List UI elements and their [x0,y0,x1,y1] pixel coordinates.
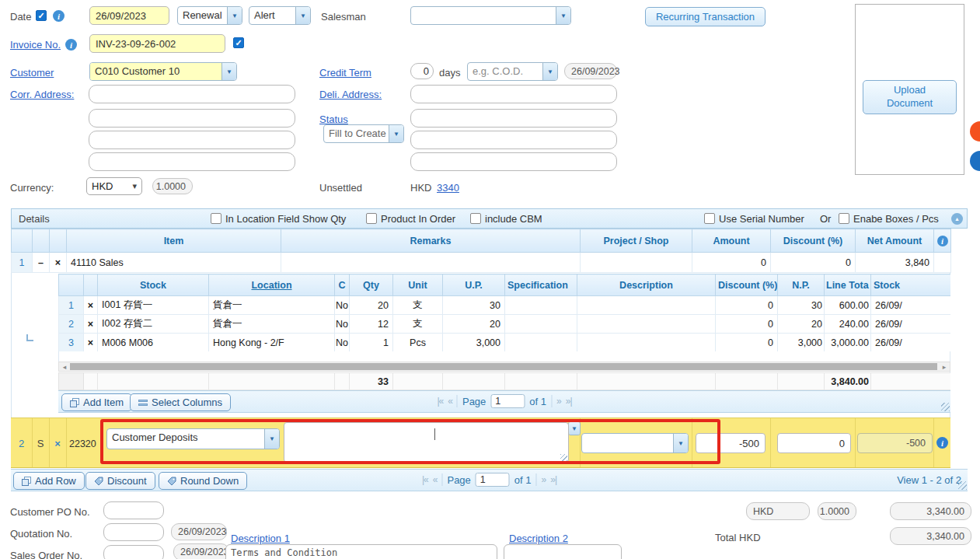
add-item-button[interactable]: Add Item [61,393,132,411]
subgrid-resize-grip[interactable] [941,403,950,411]
add-row-button[interactable]: Add Row [13,472,85,490]
chevron-down-icon[interactable]: ▼ [264,429,279,449]
status-label[interactable]: Status [319,114,348,125]
row-discount[interactable]: 0 [771,253,856,273]
deli-address-input-1[interactable] [410,85,617,103]
recurring-transaction-button[interactable]: Recurring Transaction [645,7,766,26]
unsettled-amount-link[interactable]: 3340 [437,182,459,194]
stock-date-cell[interactable]: 26/09/ [871,296,951,315]
renewal-dropdown[interactable]: Renewal ▼ [177,6,242,25]
first-page-icon[interactable]: |« [437,396,443,407]
description-2-label[interactable]: Description 2 [509,533,568,544]
invoice-auto-checkbox[interactable]: ✓ [233,37,244,48]
location-cell[interactable]: 貨倉一 [209,296,335,315]
account-dropdown[interactable]: Customer Deposits ▼ [106,428,280,449]
stock-date-cell[interactable]: 26/09/ [871,334,951,352]
delete-row-icon[interactable]: × [50,253,67,273]
delete-row-icon[interactable]: × [84,296,98,315]
c-cell[interactable]: No [335,296,350,315]
column-item[interactable]: Item [67,229,281,253]
chevron-down-icon[interactable]: ▼ [227,7,242,24]
stock-cell[interactable]: M006 M006 [98,334,209,352]
customer-dropdown[interactable]: C010 Customer 10 ▼ [89,62,237,81]
amount-input[interactable] [696,433,766,453]
desc-cell[interactable] [577,315,716,334]
date-input[interactable] [89,6,169,25]
chevron-down-icon[interactable]: ▼ [556,7,570,24]
deli-address-input-4[interactable] [410,152,617,171]
include-cbm-label[interactable]: include CBM [485,213,542,225]
delete-row-icon[interactable]: × [49,438,66,449]
project-shop-dropdown[interactable]: ▼ [581,433,689,453]
np-cell[interactable]: 3,000 [778,334,825,352]
stock-cell[interactable]: I002 存貨二 [98,315,209,334]
unit-cell[interactable]: Pcs [393,334,443,352]
spec-cell[interactable] [505,296,577,315]
stock-date-cell[interactable]: 26/09/ [871,315,951,334]
column-net-amount[interactable]: Net Amount [856,229,934,253]
column-description[interactable]: Description [577,274,716,296]
invoice-no-input[interactable] [89,34,225,53]
product-in-order-label[interactable]: Product In Order [381,213,455,225]
scroll-right-icon[interactable]: ▸ [939,362,950,371]
collapse-row-toggle[interactable]: – [33,253,50,273]
column-discount[interactable]: Discount (%) [771,229,856,253]
unit-cell[interactable]: 支 [393,315,443,334]
desc-cell[interactable] [577,296,716,315]
floating-action-red-icon[interactable] [970,121,980,141]
currency-select[interactable]: HKD ▾ [86,177,142,195]
c-cell[interactable]: No [335,334,350,352]
next-page-icon[interactable]: » [542,474,546,485]
location-cell[interactable]: Hong Kong - 2/F [209,334,335,352]
discount-button[interactable]: Discount [85,472,155,490]
in-location-show-qty-label[interactable]: In Location Field Show Qty [225,213,346,225]
corr-address-input-4[interactable] [89,152,295,171]
delete-row-icon[interactable]: × [84,334,98,352]
subgrid-horizontal-scrollbar[interactable]: ◂ ▸ [58,362,950,372]
salesman-dropdown[interactable]: ▼ [410,6,571,25]
invoice-no-label[interactable]: Invoice No. [10,39,61,51]
status-dropdown[interactable]: Fill to Create ▼ [323,124,404,143]
prev-page-icon[interactable]: « [433,474,438,485]
description-2-textarea[interactable] [504,544,622,559]
unit-cell[interactable]: 支 [393,296,443,315]
deli-address-label[interactable]: Deli. Address: [319,89,382,100]
select-columns-button[interactable]: Select Columns [130,393,231,411]
column-stock-date[interactable]: Stock [871,274,951,296]
discount-input[interactable] [777,433,851,453]
column-location[interactable]: Location [209,274,335,296]
c-cell[interactable]: No [335,315,350,334]
account-code[interactable]: 22320 [69,438,96,449]
floating-action-blue-icon[interactable] [970,151,980,171]
column-line-total[interactable]: Line Tota [825,274,871,296]
column-amount[interactable]: Amount [692,229,771,253]
customer-label[interactable]: Customer [10,67,54,79]
credit-term-label[interactable]: Credit Term [319,67,371,79]
np-cell[interactable]: 20 [778,315,825,334]
corr-address-input-1[interactable] [89,85,295,103]
remarks-template-dropdown[interactable]: ▼ [568,421,581,435]
row-amount[interactable]: 0 [692,253,771,273]
column-sub-discount[interactable]: Discount (%) [716,274,778,296]
invoice-info-icon[interactable]: i [65,39,77,51]
column-c[interactable]: C [335,274,350,296]
qty-cell[interactable]: 12 [350,315,393,334]
chevron-down-icon[interactable]: ▼ [673,434,688,452]
date-info-icon[interactable]: i [53,10,65,22]
delete-row-icon[interactable]: × [84,315,98,334]
discount-cell[interactable]: 0 [716,296,778,315]
chevron-down-icon[interactable]: ▼ [542,63,557,80]
qty-cell[interactable]: 20 [350,296,393,315]
desc-cell[interactable] [577,334,716,352]
date-checkbox[interactable]: ✓ [36,10,47,21]
corr-address-input-3[interactable] [89,131,295,149]
grid-info-icon[interactable]: i [937,236,948,246]
include-cbm-checkbox[interactable] [470,213,481,224]
column-unit[interactable]: Unit [393,274,443,296]
upload-document-button[interactable]: Upload Document [863,80,957,114]
first-page-icon[interactable]: |« [422,474,428,485]
row-info-icon[interactable]: i [936,437,948,449]
product-in-order-checkbox[interactable] [366,213,377,224]
discount-cell[interactable]: 0 [716,334,778,352]
deli-address-input-3[interactable] [410,131,617,149]
